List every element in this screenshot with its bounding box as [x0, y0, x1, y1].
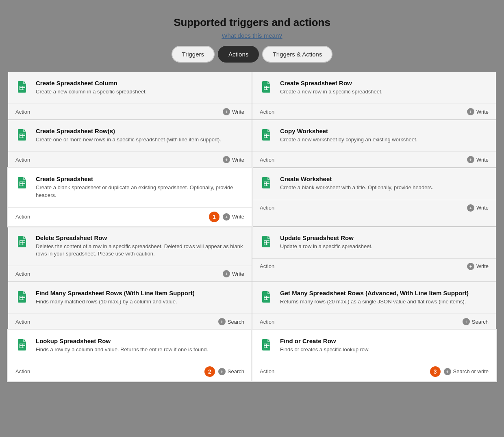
- card-body: Delete Spreadsheet Row Deletes the conte…: [8, 227, 252, 262]
- badge-circle-icon: +: [223, 213, 230, 221]
- footer-right: + Write: [467, 204, 489, 212]
- card-create-spreadsheet-rows[interactable]: Create Spreadsheet Row(s) Create one or …: [8, 120, 252, 167]
- badge-circle-icon: +: [463, 318, 470, 325]
- footer-action-label: Action: [260, 157, 274, 163]
- card-body: Create Worksheet Create a blank workshee…: [252, 168, 496, 196]
- card-text: Get Many Spreadsheet Rows (Advanced, Wit…: [280, 290, 469, 305]
- badge-circle-icon: +: [467, 156, 474, 163]
- card-footer: Action + Write: [8, 151, 252, 167]
- svg-rect-11: [266, 86, 267, 90]
- tab-actions[interactable]: Actions: [218, 46, 259, 63]
- card-text: Find or Create Row Finds or creates a sp…: [280, 337, 369, 353]
- card-delete-spreadsheet-row[interactable]: Delete Spreadsheet Row Deletes the conte…: [8, 227, 252, 281]
- card-description: Create a blank worksheet with a title. O…: [280, 184, 433, 191]
- badge-label: Write: [232, 109, 244, 115]
- card-title: Update Spreadsheet Row: [280, 234, 373, 241]
- tab-triggers[interactable]: Triggers: [172, 46, 215, 63]
- card-text: Create Spreadsheet Create a blank spread…: [36, 175, 244, 199]
- card-footer: Action + Write: [8, 266, 252, 281]
- card-text: Find Many Spreadsheet Rows (With Line It…: [36, 290, 195, 305]
- badge-label: Write: [476, 263, 489, 269]
- svg-rect-64: [20, 344, 20, 348]
- card-footer: Action + Write: [252, 200, 496, 216]
- tab-triggers-actions[interactable]: Triggers & Actions: [262, 46, 332, 63]
- card-footer: Action + Write: [252, 258, 496, 274]
- card-description: Create one or more new rows in a specifi…: [36, 136, 221, 143]
- card-description: Returns many rows (20 max.) as a single …: [280, 298, 469, 305]
- card-copy-worksheet[interactable]: Copy Worksheet Create a new worksheet by…: [252, 120, 496, 167]
- svg-rect-40: [20, 240, 20, 245]
- footer-action-label: Action: [15, 271, 30, 277]
- card-body: Copy Worksheet Create a new worksheet by…: [252, 120, 496, 148]
- sheets-icon: [260, 234, 274, 249]
- sheets-icon: [15, 290, 30, 304]
- card-body: Create Spreadsheet Column Create a new c…: [8, 72, 252, 100]
- card-find-or-create-row[interactable]: Find or Create Row Finds or creates a sp…: [252, 330, 496, 381]
- badge-circle-icon: +: [223, 270, 230, 277]
- svg-rect-35: [266, 182, 267, 186]
- type-badge: + Write: [467, 108, 489, 115]
- footer-right: + Search: [463, 318, 489, 325]
- card-text: Lookup Spreadsheet Row Finds a row by a …: [36, 337, 208, 353]
- svg-rect-28: [20, 182, 20, 186]
- card-footer: Action + Write: [252, 104, 496, 119]
- card-create-spreadsheet-row[interactable]: Create Spreadsheet Row Create a new row …: [252, 72, 496, 119]
- badge-circle-icon: +: [467, 263, 474, 270]
- type-badge: + Write: [223, 213, 244, 221]
- svg-rect-5: [22, 86, 23, 90]
- card-update-spreadsheet-row[interactable]: Update Spreadsheet Row Update a row in a…: [252, 227, 496, 281]
- badge-circle-icon: +: [444, 368, 451, 375]
- card-title: Delete Spreadsheet Row: [36, 234, 244, 241]
- footer-right: 1 + Write: [209, 212, 244, 222]
- badge-circle-icon: +: [223, 156, 230, 163]
- svg-rect-70: [264, 344, 265, 348]
- card-description: Finds or creates a specific lookup row.: [280, 346, 369, 353]
- footer-action-label: Action: [15, 319, 30, 325]
- type-badge: + Write: [467, 263, 489, 270]
- type-badge: + Write: [223, 156, 244, 163]
- card-footer: Action 1 + Write: [8, 207, 252, 226]
- badge-circle-icon: +: [223, 108, 230, 115]
- svg-rect-53: [22, 296, 23, 300]
- badge-number: 1: [209, 212, 219, 222]
- footer-right: + Search: [218, 318, 244, 325]
- svg-rect-23: [266, 134, 267, 138]
- card-description: Create a new column in a specific spread…: [36, 88, 147, 95]
- badge-label: Write: [476, 205, 489, 211]
- card-text: Create Worksheet Create a blank workshee…: [280, 175, 433, 191]
- card-text: Delete Spreadsheet Row Deletes the conte…: [36, 234, 244, 257]
- what-does-this-mean-link[interactable]: What does this mean?: [222, 32, 282, 39]
- card-text: Copy Worksheet Create a new worksheet by…: [280, 128, 417, 143]
- card-body: Create Spreadsheet Create a blank spread…: [8, 168, 252, 203]
- badge-label: Write: [476, 157, 489, 163]
- card-footer: Action + Search: [252, 314, 496, 329]
- card-find-many-rows[interactable]: Find Many Spreadsheet Rows (With Line It…: [8, 282, 252, 329]
- sheets-icon: [260, 290, 274, 304]
- card-get-many-rows[interactable]: Get Many Spreadsheet Rows (Advanced, Wit…: [252, 282, 496, 329]
- svg-rect-59: [266, 296, 267, 300]
- svg-rect-22: [264, 134, 265, 138]
- card-create-spreadsheet-column[interactable]: Create Spreadsheet Column Create a new c…: [8, 72, 252, 119]
- card-create-worksheet[interactable]: Create Worksheet Create a blank workshee…: [252, 168, 496, 226]
- card-title: Get Many Spreadsheet Rows (Advanced, Wit…: [280, 290, 469, 296]
- type-badge: + Write: [467, 156, 489, 163]
- card-title: Create Spreadsheet Column: [36, 80, 147, 87]
- card-create-spreadsheet[interactable]: Create Spreadsheet Create a blank spread…: [8, 168, 252, 226]
- svg-rect-58: [264, 296, 265, 300]
- badge-circle-icon: +: [467, 204, 474, 212]
- sheets-icon: [15, 234, 30, 249]
- card-description: Create a new worksheet by copying an exi…: [280, 136, 417, 143]
- svg-rect-34: [264, 182, 265, 186]
- svg-rect-10: [264, 86, 265, 90]
- footer-right: + Write: [223, 156, 244, 163]
- sheets-icon: [260, 80, 274, 94]
- svg-rect-17: [22, 134, 23, 138]
- footer-action-label: Action: [260, 368, 274, 374]
- badge-number: 3: [430, 366, 441, 377]
- card-body: Find or Create Row Finds or creates a sp…: [252, 330, 496, 358]
- badge-number: 2: [204, 366, 215, 377]
- footer-right: + Write: [223, 270, 244, 277]
- header: Supported triggers and actions What does…: [8, 16, 496, 39]
- card-lookup-spreadsheet-row[interactable]: Lookup Spreadsheet Row Finds a row by a …: [8, 330, 252, 381]
- badge-label: Write: [232, 271, 244, 277]
